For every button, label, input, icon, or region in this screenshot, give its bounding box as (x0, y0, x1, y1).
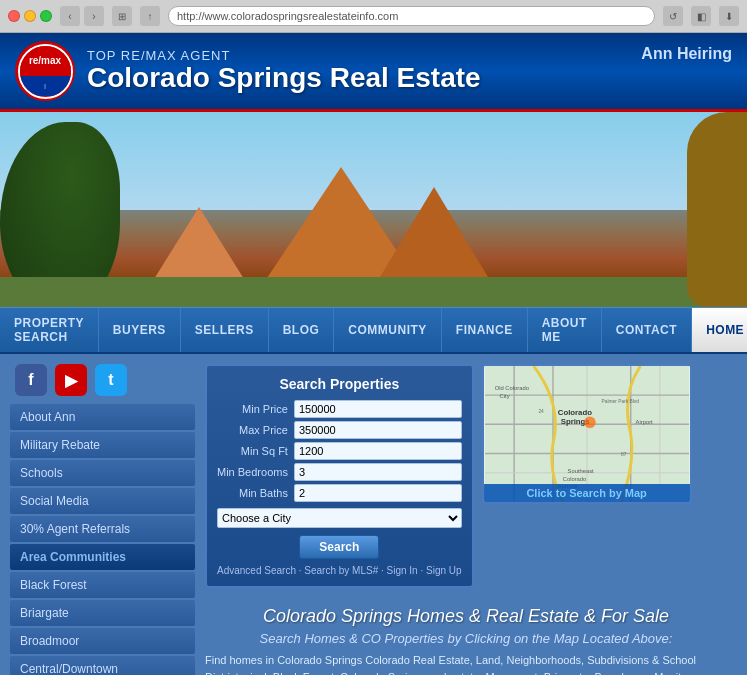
browser-nav: ‹ › (60, 6, 104, 26)
min-sqft-input[interactable] (294, 442, 462, 460)
nav-community[interactable]: COMMUNITY (334, 308, 442, 352)
share-button[interactable]: ↑ (140, 6, 160, 26)
map-click-label[interactable]: Click to Search by Map (484, 484, 690, 502)
balloon-top: re/max (20, 46, 71, 77)
map-svg: Colorado Springs Old Colorado City Airpo… (484, 366, 690, 502)
hero-ground (0, 277, 747, 307)
min-sqft-label: Min Sq Ft (217, 445, 288, 457)
sidebar-central-downtown[interactable]: Central/Downtown (10, 656, 195, 675)
header-agent: Ann Heiring (641, 41, 732, 63)
search-panel: Search Properties Min Price Max Price Mi… (205, 364, 474, 588)
browser-buttons (8, 10, 52, 22)
sidebar-schools[interactable]: Schools (10, 460, 195, 486)
min-baths-label: Min Baths (217, 487, 288, 499)
svg-text:87: 87 (621, 452, 627, 457)
search-form: Min Price Max Price Min Sq Ft Min Bedroo… (217, 400, 462, 576)
hero-image (0, 112, 747, 307)
page-subtitle: Search Homes & CO Properties by Clicking… (205, 631, 727, 646)
header-text: Top Re/Max Agent Colorado Springs Real E… (87, 48, 629, 94)
svg-text:Palmer Park Blvd: Palmer Park Blvd (601, 399, 639, 404)
search-title: Search Properties (217, 376, 462, 392)
sidebar-black-forest[interactable]: Black Forest (10, 572, 195, 598)
remax-text: re/max (29, 55, 61, 66)
back-button[interactable]: ‹ (60, 6, 80, 26)
max-price-input[interactable] (294, 421, 462, 439)
header-subtitle: Top Re/Max Agent (87, 48, 629, 63)
svg-text:Colorado: Colorado (557, 408, 591, 417)
min-bedrooms-input[interactable] (294, 463, 462, 481)
sidebar-military-rebate[interactable]: Military Rebate (10, 432, 195, 458)
sidebar: f ▶ t About Ann Military Rebate Schools … (10, 364, 195, 675)
site-header: re/max | Top Re/Max Agent Colorado Sprin… (0, 33, 747, 112)
map-container[interactable]: Colorado Springs Old Colorado City Airpo… (482, 364, 692, 504)
view-button[interactable]: ⊞ (112, 6, 132, 26)
search-button[interactable]: Search (299, 535, 379, 559)
main-nav: PROPERTY SEARCH BUYERS SELLERS BLOG COMM… (0, 307, 747, 354)
sidebar-area-communities[interactable]: Area Communities (10, 544, 195, 570)
map-panel: Colorado Springs Old Colorado City Airpo… (482, 364, 692, 598)
facebook-icon[interactable]: f (15, 364, 47, 396)
remax-logo: re/max | (15, 41, 75, 101)
max-price-label: Max Price (217, 424, 288, 436)
minimize-btn[interactable] (24, 10, 36, 22)
downloads-button[interactable]: ⬇ (719, 6, 739, 26)
mountain-left (149, 207, 249, 287)
twitter-icon[interactable]: t (95, 364, 127, 396)
mountain-right (374, 187, 494, 287)
svg-text:Colorado: Colorado (562, 476, 586, 482)
nav-buyers[interactable]: BUYERS (99, 308, 181, 352)
page-title: Colorado Springs Homes & Real Estate & F… (205, 606, 727, 627)
svg-text:Southeast: Southeast (567, 468, 594, 474)
svg-point-18 (584, 417, 596, 429)
nav-blog[interactable]: BLOG (269, 308, 335, 352)
content-area: f ▶ t About Ann Military Rebate Schools … (0, 354, 747, 675)
sidebar-social-media[interactable]: Social Media (10, 488, 195, 514)
min-price-input[interactable] (294, 400, 462, 418)
balloon-string: | (44, 83, 46, 89)
hero-arch (687, 112, 747, 307)
nav-home[interactable]: HOME (692, 308, 747, 352)
address-bar[interactable]: http://www.coloradospringsrealestateinfo… (168, 6, 655, 26)
sidebar-briargate[interactable]: Briargate (10, 600, 195, 626)
city-select[interactable]: Choose a City (217, 508, 462, 528)
nav-contact[interactable]: CONTACT (602, 308, 692, 352)
svg-text:Old Colorado: Old Colorado (494, 385, 528, 391)
url-text: http://www.coloradospringsrealestateinfo… (177, 10, 398, 22)
maximize-btn[interactable] (40, 10, 52, 22)
website: re/max | Top Re/Max Agent Colorado Sprin… (0, 33, 747, 675)
nav-finance[interactable]: FINANCE (442, 308, 528, 352)
min-price-label: Min Price (217, 403, 288, 415)
sidebar-toggle[interactable]: ◧ (691, 6, 711, 26)
close-btn[interactable] (8, 10, 20, 22)
min-baths-input[interactable] (294, 484, 462, 502)
min-bedrooms-label: Min Bedrooms (217, 466, 288, 478)
map-click-text: Click to Search by Map (526, 487, 646, 499)
svg-text:City: City (499, 393, 509, 399)
reload-button[interactable]: ↺ (663, 6, 683, 26)
sidebar-broadmoor[interactable]: Broadmoor (10, 628, 195, 654)
nav-sellers[interactable]: SELLERS (181, 308, 269, 352)
nav-about-me[interactable]: ABOUT ME (528, 308, 602, 352)
remax-balloon: re/max | (18, 44, 73, 99)
search-links: Advanced Search · Search by MLS# · Sign … (217, 565, 462, 576)
right-section: Search Properties Min Price Max Price Mi… (205, 364, 727, 598)
balloon-bottom: | (20, 76, 71, 96)
youtube-icon[interactable]: ▶ (55, 364, 87, 396)
header-title: Colorado Springs Real Estate (87, 63, 629, 94)
svg-text:24: 24 (538, 409, 544, 414)
social-icons: f ▶ t (10, 364, 195, 396)
page-body: Find homes in Colorado Springs Colorado … (205, 652, 727, 675)
browser-chrome: ‹ › ⊞ ↑ http://www.coloradospringsreales… (0, 0, 747, 33)
sidebar-agent-referrals[interactable]: 30% Agent Referrals (10, 516, 195, 542)
nav-property-search[interactable]: PROPERTY SEARCH (0, 308, 99, 352)
forward-button[interactable]: › (84, 6, 104, 26)
sidebar-about-ann[interactable]: About Ann (10, 404, 195, 430)
svg-text:Airport: Airport (635, 419, 653, 425)
main-content: Search Properties Min Price Max Price Mi… (195, 364, 737, 675)
